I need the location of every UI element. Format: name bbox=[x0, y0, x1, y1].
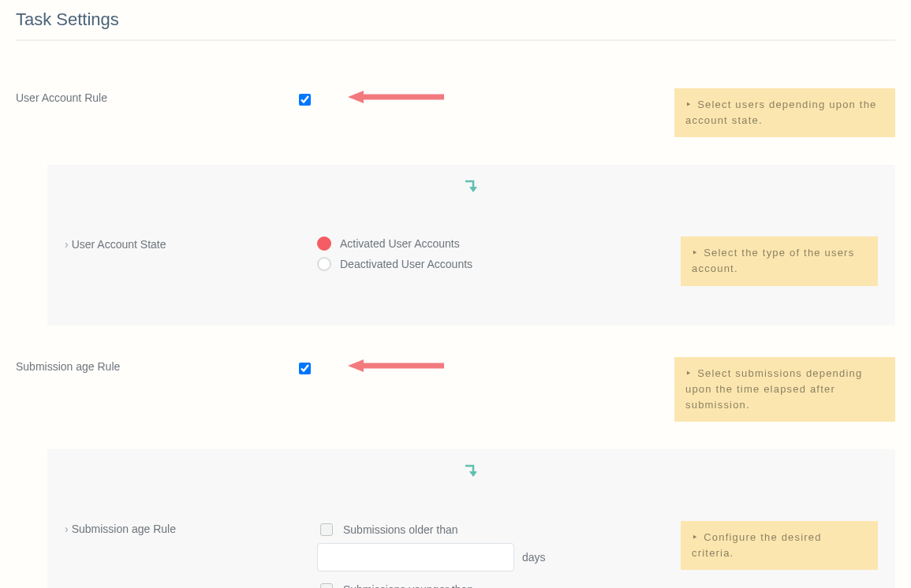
user-account-rule-label: User Account Rule bbox=[16, 88, 296, 104]
submission-age-options: Submissions older than days Submissions … bbox=[317, 521, 681, 588]
chevron-icon: › bbox=[65, 523, 69, 535]
submission-age-help: ‣Select submissions depending upon the t… bbox=[674, 357, 895, 422]
younger-than-row: Submissions younger than bbox=[317, 581, 669, 588]
user-account-state-help-text: Select the type of the users account. bbox=[692, 247, 854, 274]
bullet-icon: ‣ bbox=[685, 99, 693, 110]
user-account-state-help: ‣Select the type of the users account. bbox=[681, 236, 878, 285]
arrow-left-icon bbox=[345, 357, 447, 377]
submission-age-sub-label: ›Submission age Rule bbox=[65, 521, 317, 535]
bullet-icon: ‣ bbox=[685, 367, 693, 379]
svg-marker-1 bbox=[348, 91, 364, 103]
older-than-checkbox[interactable] bbox=[320, 523, 333, 536]
user-account-checkbox-wrap bbox=[296, 88, 335, 108]
user-account-help-text: Select users depending upon the account … bbox=[685, 99, 877, 126]
submission-age-panel: ›Submission age Rule Submissions older t… bbox=[47, 449, 895, 588]
down-arrow-icon bbox=[267, 463, 677, 482]
user-account-rule-row: User Account Rule ‣Select users dependin… bbox=[16, 57, 895, 153]
page-title-bar: Task Settings bbox=[16, 0, 895, 41]
submission-age-checkbox-wrap bbox=[296, 357, 335, 377]
submission-age-help-text: Select submissions depending upon the ti… bbox=[685, 367, 862, 411]
svg-marker-5 bbox=[469, 471, 477, 477]
radio-activated[interactable] bbox=[317, 236, 331, 251]
submission-age-sub-row: ›Submission age Rule Submissions older t… bbox=[65, 497, 878, 588]
radio-deactivated[interactable] bbox=[317, 257, 331, 271]
user-account-state-label-text: User Account State bbox=[72, 238, 166, 251]
user-account-state-panel: ›User Account State Activated User Accou… bbox=[47, 165, 895, 325]
user-account-rule-checkbox[interactable] bbox=[299, 94, 311, 106]
chevron-icon: › bbox=[65, 238, 69, 251]
older-than-row: Submissions older than bbox=[317, 521, 669, 538]
submission-age-sub-label-text: Submission age Rule bbox=[72, 523, 176, 535]
submission-age-sub-help-text: Configure the desired criteria. bbox=[692, 531, 822, 559]
user-account-help: ‣Select users depending upon the account… bbox=[674, 88, 895, 137]
svg-marker-4 bbox=[348, 359, 364, 372]
younger-than-label: Submissions younger than bbox=[343, 583, 473, 588]
older-than-input[interactable] bbox=[317, 543, 514, 571]
deactivated-label: Deactivated User Accounts bbox=[340, 258, 472, 270]
activated-label: Activated User Accounts bbox=[340, 237, 460, 250]
older-unit: days bbox=[522, 551, 546, 564]
svg-marker-2 bbox=[469, 187, 477, 192]
submission-age-rule-checkbox[interactable] bbox=[299, 363, 311, 374]
user-account-state-label: ›User Account State bbox=[65, 236, 317, 251]
deactivated-accounts-option[interactable]: Deactivated User Accounts bbox=[317, 257, 669, 271]
bullet-icon: ‣ bbox=[692, 531, 699, 543]
older-than-label: Submissions older than bbox=[343, 523, 458, 536]
user-account-state-options: Activated User Accounts Deactivated User… bbox=[317, 236, 681, 277]
submission-age-sub-help: ‣Configure the desired criteria. bbox=[681, 521, 878, 570]
bullet-icon: ‣ bbox=[692, 247, 699, 259]
down-arrow-icon bbox=[267, 179, 677, 197]
submission-age-rule-label: Submission age Rule bbox=[16, 357, 296, 373]
arrow-left-icon bbox=[345, 88, 447, 108]
younger-than-checkbox[interactable] bbox=[320, 583, 333, 588]
user-account-state-row: ›User Account State Activated User Accou… bbox=[65, 213, 878, 285]
older-than-input-row: days bbox=[317, 543, 669, 571]
page-title: Task Settings bbox=[16, 9, 895, 30]
activated-accounts-option[interactable]: Activated User Accounts bbox=[317, 236, 669, 251]
submission-age-rule-row: Submission age Rule ‣Select submissions … bbox=[16, 326, 895, 437]
